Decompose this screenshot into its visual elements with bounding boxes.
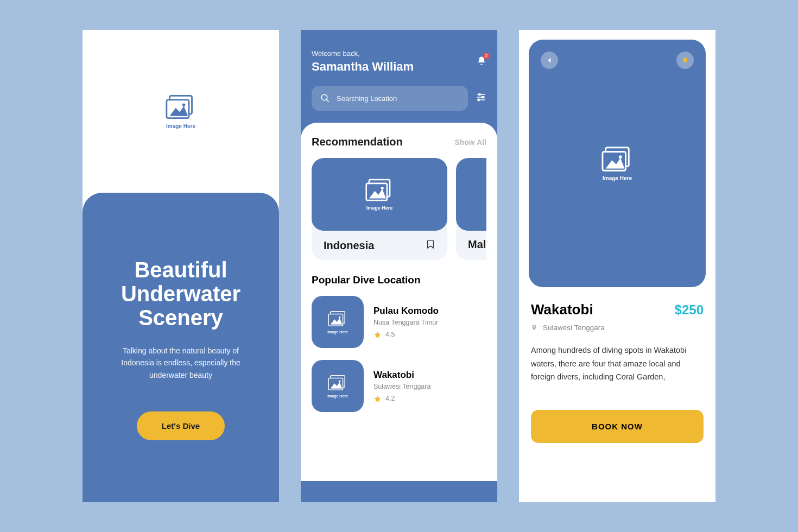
popular-rating: 4.5 [373, 331, 486, 339]
svg-point-3 [182, 103, 186, 106]
search-placeholder: Searching Location [337, 94, 397, 103]
image-icon [601, 146, 633, 172]
image-placeholder-label: Image Here [166, 123, 195, 129]
greeting-block: Welcome back, Samantha William [312, 49, 414, 74]
recommendation-heading: Recommendation [312, 136, 403, 148]
onboarding-description: Talking about the natural beauty of Indo… [102, 345, 259, 381]
show-all-link[interactable]: Show All [454, 138, 486, 147]
lets-dive-button[interactable]: Let's Dive [137, 411, 225, 440]
popular-item[interactable]: Image Here Wakatobi Sulawesi Tenggara 4.… [312, 360, 486, 412]
popular-rating: 4.2 [373, 395, 486, 403]
recommendation-image: Image Here [456, 158, 486, 231]
username: Samantha William [312, 60, 414, 74]
filter-button[interactable] [476, 92, 486, 105]
recommendation-image: Image Here [312, 158, 447, 231]
detail-screen: Image Here Wakatobi $250 Sulawesi Tengga… [519, 30, 715, 502]
image-icon [328, 375, 347, 391]
image-icon [166, 94, 196, 120]
image-placeholder: Image Here [166, 94, 196, 129]
bookmark-button[interactable] [426, 238, 435, 252]
popular-location: Nusa Tenggara Timur [373, 319, 486, 326]
popular-image: Image Here [312, 296, 364, 348]
recommendation-card[interactable]: Image Here Mald [456, 158, 486, 260]
back-button[interactable] [541, 52, 558, 69]
image-icon [328, 311, 347, 327]
pin-icon [531, 324, 537, 332]
detail-location: Sulawesi Tenggara [531, 324, 704, 332]
notification-badge: 2 [483, 53, 490, 59]
svg-point-31 [619, 155, 622, 159]
bookmark-icon [426, 238, 435, 250]
recommendation-list: Image Here Indonesia Image Here Mald [312, 158, 486, 260]
chevron-left-icon [547, 57, 552, 64]
star-icon [373, 331, 382, 339]
recommendation-name: Mald [468, 238, 486, 251]
save-button[interactable] [676, 52, 694, 69]
book-now-button[interactable]: BOOK NOW [531, 410, 704, 443]
notification-button[interactable]: 2 [477, 56, 486, 68]
search-icon [320, 93, 330, 103]
onboarding-content: Beautiful Underwater Scenery Talking abo… [83, 193, 279, 502]
recommendation-name: Indonesia [324, 239, 374, 252]
svg-point-7 [479, 93, 480, 95]
detail-description: Among hundreds of diving spots in Wakato… [531, 344, 704, 384]
recommendation-card[interactable]: Image Here Indonesia [312, 158, 447, 260]
popular-heading: Popular Dive Location [312, 274, 486, 286]
sliders-icon [476, 92, 486, 103]
detail-body: Wakatobi $250 Sulawesi Tenggara Among hu… [519, 297, 715, 447]
svg-point-23 [339, 316, 341, 318]
popular-image: Image Here [312, 360, 364, 412]
bookmark-filled-icon [682, 56, 688, 64]
popular-name: Pulau Komodo [373, 306, 486, 316]
home-body: Recommendation Show All Image Here Indon… [301, 123, 497, 481]
home-header: Welcome back, Samantha William 2 Searchi… [301, 30, 497, 123]
onboarding-title: Beautiful Underwater Scenery [102, 258, 259, 330]
svg-point-27 [339, 380, 341, 382]
svg-point-9 [482, 96, 484, 98]
detail-price: $250 [675, 302, 704, 318]
svg-line-5 [326, 99, 329, 102]
star-icon [373, 395, 382, 403]
svg-point-15 [381, 187, 384, 189]
search-input[interactable]: Searching Location [312, 86, 468, 111]
popular-item[interactable]: Image Here Pulau Komodo Nusa Tenggara Ti… [312, 296, 486, 348]
svg-point-11 [478, 99, 479, 100]
popular-name: Wakatobi [373, 370, 486, 381]
svg-point-4 [321, 94, 327, 100]
onboarding-image-area: Image Here [83, 30, 279, 193]
onboarding-screen: Image Here Beautiful Underwater Scenery … [83, 30, 279, 502]
popular-location: Sulawesi Tenggara [373, 383, 486, 390]
home-screen: Welcome back, Samantha William 2 Searchi… [301, 30, 497, 502]
welcome-text: Welcome back, [312, 49, 414, 58]
image-icon [365, 178, 394, 202]
detail-hero-image: Image Here [529, 40, 706, 287]
detail-title: Wakatobi [531, 301, 593, 318]
